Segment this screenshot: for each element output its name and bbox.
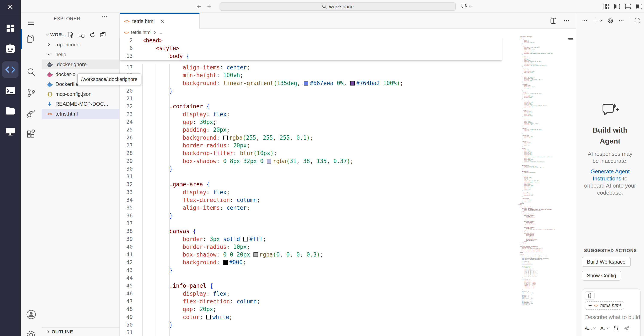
code-line[interactable]: 50 } bbox=[120, 321, 518, 329]
extensions-view-button[interactable] bbox=[20, 126, 42, 142]
code-line[interactable]: 19 background: linear-gradient(135deg, #… bbox=[120, 79, 518, 87]
code-line[interactable]: 42 background: #000; bbox=[120, 258, 518, 266]
refresh-button[interactable] bbox=[90, 32, 95, 38]
code-line[interactable]: 40 border-radius: 10px; bbox=[120, 243, 518, 251]
color-swatch[interactable] bbox=[244, 237, 248, 242]
code-line[interactable]: 26 background: rgba(255, 255, 255, 0.1); bbox=[120, 134, 518, 142]
code-line[interactable]: 44 bbox=[120, 274, 518, 282]
chat-input[interactable]: Describe what to build bbox=[585, 314, 640, 320]
code-line[interactable]: 34 flex-direction: column; bbox=[120, 196, 518, 204]
model-picker[interactable]: A... bbox=[585, 326, 596, 331]
color-swatch[interactable] bbox=[223, 136, 228, 140]
mode-picker[interactable]: A. bbox=[600, 326, 609, 331]
code-line[interactable]: 36 } bbox=[120, 212, 518, 220]
code-line[interactable]: 43 } bbox=[120, 266, 518, 274]
search-view-button[interactable] bbox=[20, 64, 42, 80]
code-line[interactable]: 35 align-items: center; bbox=[120, 204, 518, 212]
code-line[interactable]: 45 .info-panel { bbox=[120, 282, 518, 290]
sticky-scroll[interactable]: 2<head>6 <style>13 body { bbox=[120, 36, 502, 60]
tab-tetris-html[interactable]: <> tetris.html bbox=[120, 13, 200, 28]
code-line[interactable]: 47 flex-direction: column; bbox=[120, 298, 518, 305]
code-line[interactable]: 51 bbox=[120, 329, 518, 336]
code-line[interactable]: 22 .container { bbox=[120, 102, 518, 110]
copilot-menu-button[interactable] bbox=[459, 0, 474, 13]
code-line[interactable]: 48 gap: 20px; bbox=[120, 305, 518, 313]
collapse-folders-button[interactable] bbox=[100, 32, 106, 38]
color-swatch[interactable] bbox=[223, 260, 228, 265]
toggle-secondary-sidebar-button[interactable] bbox=[634, 0, 644, 13]
chat-overflow-button[interactable] bbox=[619, 20, 624, 22]
chat-settings-button[interactable] bbox=[608, 18, 614, 24]
code-line[interactable]: 6 <style> bbox=[120, 44, 502, 52]
dock-terminal-button[interactable] bbox=[0, 84, 20, 97]
toggle-panel-button[interactable] bbox=[624, 0, 633, 13]
code-line[interactable]: 17 align-items: center; bbox=[120, 64, 518, 71]
tools-button[interactable] bbox=[614, 326, 619, 331]
code-line[interactable]: 46 display: flex; bbox=[120, 290, 518, 298]
file-row--opencode[interactable]: .opencode bbox=[42, 40, 119, 50]
code-line[interactable]: 32 .game-area { bbox=[120, 180, 518, 188]
color-swatch[interactable] bbox=[304, 81, 308, 86]
code-line[interactable]: 20 } bbox=[120, 87, 518, 95]
code-line[interactable]: 21 bbox=[120, 95, 518, 102]
attach-context-button[interactable] bbox=[585, 291, 594, 300]
send-button[interactable] bbox=[624, 326, 630, 331]
code-line[interactable]: 23 display: flex; bbox=[120, 110, 518, 118]
dock-dashboard-button[interactable] bbox=[0, 22, 20, 35]
breadcrumb-more[interactable]: ... bbox=[158, 30, 162, 35]
menu-button[interactable] bbox=[20, 15, 42, 30]
scrollbar-thumb[interactable] bbox=[568, 38, 573, 40]
color-swatch[interactable] bbox=[254, 252, 258, 257]
workspace-folder-row[interactable]: WOR... bbox=[42, 30, 119, 40]
code-line[interactable]: 31 bbox=[120, 173, 518, 180]
code-line[interactable]: 30 } bbox=[120, 165, 518, 173]
run-debug-view-button[interactable] bbox=[20, 106, 42, 121]
nav-back-button[interactable] bbox=[194, 0, 203, 13]
dock-code-button-active[interactable] bbox=[2, 62, 18, 78]
close-tab-icon[interactable] bbox=[160, 19, 164, 24]
explorer-more-button[interactable] bbox=[102, 16, 108, 18]
file-row--dockerignore[interactable]: .dockerignore bbox=[42, 60, 119, 70]
code-line[interactable]: 28 backdrop-filter: blur(10px); bbox=[120, 149, 518, 157]
editor-more-button[interactable] bbox=[564, 20, 569, 22]
workspace-search-input[interactable]: workspace bbox=[220, 2, 456, 11]
account-button[interactable] bbox=[20, 307, 42, 322]
code-content[interactable]: 17 align-items: center;18 min-height: 10… bbox=[120, 64, 518, 336]
code-line[interactable]: 29 box-shadow: 0 8px 32px 0 rgba(31, 38,… bbox=[120, 157, 518, 165]
explorer-view-button[interactable] bbox=[20, 31, 42, 46]
toggle-primary-sidebar-button[interactable] bbox=[612, 0, 622, 13]
show-config-button[interactable]: Show Config bbox=[582, 271, 621, 280]
breadcrumb[interactable]: <> tetris.html ... bbox=[120, 28, 576, 36]
code-line[interactable]: 41 box-shadow: 0 0 20px rgba(0, 0, 0, 0.… bbox=[120, 251, 518, 258]
breadcrumb-file[interactable]: tetris.html bbox=[131, 30, 152, 35]
source-control-view-button[interactable] bbox=[20, 85, 42, 100]
chat-more-button[interactable] bbox=[582, 20, 587, 22]
new-chat-button[interactable] bbox=[592, 18, 602, 24]
code-line[interactable]: 25 padding: 20px; bbox=[120, 126, 518, 134]
code-line[interactable]: 37 bbox=[120, 220, 518, 227]
build-workspace-button[interactable]: Build Workspace bbox=[582, 257, 631, 267]
outline-section-header[interactable]: OUTLINE bbox=[42, 327, 119, 336]
code-line[interactable]: 13 body { bbox=[120, 52, 502, 60]
file-row-tetris-html[interactable]: <>tetris.html bbox=[42, 109, 119, 119]
split-editor-button[interactable] bbox=[550, 18, 556, 24]
code-line[interactable]: 2<head> bbox=[120, 36, 502, 44]
customize-layout-button[interactable] bbox=[601, 0, 610, 13]
dock-files-button[interactable] bbox=[0, 104, 20, 117]
file-row-readme-mcp-doc-[interactable]: README-MCP-DOC... bbox=[42, 99, 119, 109]
dock-robot-button[interactable] bbox=[0, 42, 20, 56]
expand-panel-button[interactable] bbox=[634, 18, 640, 24]
file-row-mcp-config-json[interactable]: {}mcp-config.json bbox=[42, 89, 119, 99]
code-line[interactable]: 33 display: flex; bbox=[120, 188, 518, 196]
context-attachment-pill[interactable]: <> tetris.html bbox=[585, 301, 624, 310]
close-button[interactable] bbox=[0, 0, 20, 13]
settings-button[interactable] bbox=[20, 327, 42, 336]
new-folder-button[interactable] bbox=[78, 32, 85, 38]
new-file-button[interactable] bbox=[68, 32, 74, 38]
dock-screen-button[interactable] bbox=[0, 125, 20, 138]
code-line[interactable]: 38 canvas { bbox=[120, 227, 518, 235]
code-line[interactable]: 24 gap: 30px; bbox=[120, 118, 518, 126]
code-line[interactable]: 49 color: white; bbox=[120, 313, 518, 321]
code-line[interactable]: 18 min-height: 100vh; bbox=[120, 71, 518, 79]
file-row-hello[interactable]: hello bbox=[42, 50, 119, 60]
